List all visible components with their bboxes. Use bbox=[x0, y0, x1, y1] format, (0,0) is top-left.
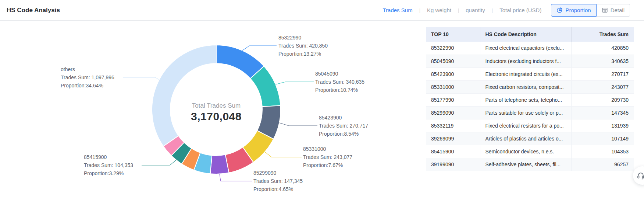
table-row-85331000[interactable]: 85331000Fixed carbon resistors, composit… bbox=[426, 80, 634, 93]
hs-code-cell: 85177990 bbox=[426, 93, 480, 106]
callout-proportion: Proportion:13.27% bbox=[278, 50, 328, 58]
table-row-85299090[interactable]: 85299090Parts suitable for use solely or… bbox=[426, 106, 634, 119]
metric-separator: | bbox=[458, 7, 459, 13]
page-title: HS Code Analysis bbox=[7, 7, 60, 14]
donut-segment-85299090[interactable] bbox=[210, 155, 229, 174]
callout-85299090: 85299090 Trades Sum: 147,345 Proportion:… bbox=[253, 169, 303, 193]
trades-sum-cell: 243077 bbox=[571, 80, 634, 93]
metric-kg-weight[interactable]: Kg weight bbox=[427, 7, 451, 13]
callout-sum: Trades Sum: 1,097,996 bbox=[61, 73, 114, 81]
callout-leader-others bbox=[123, 77, 159, 80]
callout-leader-85045090 bbox=[275, 82, 314, 84]
hs-code-cell: 85423900 bbox=[426, 67, 480, 80]
hs-table-body: 85322990Fixed electrical capacitors (exc… bbox=[426, 42, 634, 171]
support-button[interactable] bbox=[633, 166, 644, 185]
description-cell: Semiconductor devices, n.e.s. bbox=[480, 145, 571, 158]
hs-code-cell: 85322990 bbox=[426, 42, 480, 55]
chart-center-label: Total Trades Sum 3,170,048 bbox=[161, 102, 271, 123]
trades-sum-cell: 107149 bbox=[571, 132, 634, 145]
callout-code: 85322990 bbox=[278, 34, 328, 42]
callout-code: 85299090 bbox=[253, 169, 303, 177]
table-row-85045090[interactable]: 85045090Inductors (excluding inductors f… bbox=[426, 55, 634, 67]
callout-sum: Trades Sum: 243,077 bbox=[303, 153, 352, 161]
callout-leader-85331000 bbox=[265, 152, 302, 157]
table-icon bbox=[602, 7, 608, 13]
hs-code-cell: 85415900 bbox=[426, 145, 480, 158]
hs-code-cell: 85045090 bbox=[426, 55, 480, 67]
description-cell: Electronic integrated circuits (ex... bbox=[480, 67, 571, 80]
proportion-button[interactable]: Proportion bbox=[551, 4, 596, 17]
chart-center-title: Total Trades Sum bbox=[161, 102, 271, 110]
callout-leader-85423900 bbox=[279, 123, 317, 126]
callout-85322990: 85322990 Trades Sum: 420,850 Proportion:… bbox=[278, 34, 328, 58]
table-row-85415900[interactable]: 85415900Semiconductor devices, n.e.s.104… bbox=[426, 145, 634, 158]
callout-leader-85322990 bbox=[242, 46, 277, 51]
trades-sum-cell: 147345 bbox=[571, 106, 634, 119]
callout-proportion: Proportion:8.54% bbox=[319, 130, 368, 138]
hs-code-cell: 85331000 bbox=[426, 80, 480, 93]
table-row-39269099[interactable]: 39269099Articles of plastics and article… bbox=[426, 132, 634, 145]
metric-total-price[interactable]: Total price (USD) bbox=[499, 7, 541, 13]
description-cell: Fixed electrical capacitors (exclu... bbox=[480, 42, 571, 55]
column-header-trades-sum: Trades Sum bbox=[571, 27, 634, 42]
hs-code-analysis-page: { "header": { "title": "HS Code Analysis… bbox=[0, 0, 644, 198]
callout-85331000: 85331000 Trades Sum: 243,077 Proportion:… bbox=[303, 145, 352, 169]
description-cell: Inductors (excluding inductors f... bbox=[480, 55, 571, 67]
hs-code-cell: 39199090 bbox=[426, 158, 480, 171]
callout-sum: Trades Sum: 420,850 bbox=[278, 42, 328, 50]
callout-sum: Trades Sum: 340,635 bbox=[315, 78, 364, 86]
hs-code-cell: 85299090 bbox=[426, 106, 480, 119]
table-row-85322990[interactable]: 85322990Fixed electrical capacitors (exc… bbox=[426, 42, 634, 55]
metric-nav: Trades Sum | Kg weight | quantity | Tota… bbox=[383, 7, 541, 13]
hs-code-cell: 39269099 bbox=[426, 132, 480, 145]
top10-table: TOP 10 HS Code Description Trades Sum 85… bbox=[426, 27, 634, 171]
trades-sum-cell: 104353 bbox=[571, 145, 634, 158]
callout-code: 85331000 bbox=[303, 145, 352, 153]
callout-85423900: 85423900 Trades Sum: 270,717 Proportion:… bbox=[319, 114, 368, 138]
table-row-85423900[interactable]: 85423900Electronic integrated circuits (… bbox=[426, 67, 634, 80]
column-header-top10: TOP 10 bbox=[426, 27, 480, 42]
detail-button[interactable]: Detail bbox=[597, 4, 630, 17]
metric-trades-sum[interactable]: Trades Sum bbox=[383, 7, 412, 13]
trades-sum-cell: 96257 bbox=[571, 158, 634, 171]
metric-separator: | bbox=[492, 7, 493, 13]
description-cell: Articles of plastics and articles o... bbox=[480, 132, 571, 145]
trades-sum-cell: 340635 bbox=[571, 55, 634, 67]
description-cell: Fixed electrical resistors for a po... bbox=[480, 119, 571, 132]
callout-code: 85045090 bbox=[315, 70, 364, 78]
proportion-button-label: Proportion bbox=[565, 7, 591, 13]
chart-center-value: 3,170,048 bbox=[161, 110, 271, 123]
trades-sum-cell: 270717 bbox=[571, 67, 634, 80]
callout-others: others Trades Sum: 1,097,996 Proportion:… bbox=[61, 65, 114, 90]
callout-leader-85299090 bbox=[220, 174, 252, 181]
metric-quantity[interactable]: quantity bbox=[466, 7, 485, 13]
callout-leader-85415900 bbox=[142, 160, 176, 165]
callout-proportion: Proportion:34.64% bbox=[61, 81, 114, 90]
callout-code: 85423900 bbox=[319, 114, 368, 122]
callout-85415900: 85415900 Trades Sum: 104,353 Proportion:… bbox=[84, 153, 133, 177]
trades-sum-cell: 420850 bbox=[571, 42, 634, 55]
table-header-row: TOP 10 HS Code Description Trades Sum bbox=[426, 27, 634, 42]
callout-code: others bbox=[61, 65, 114, 73]
callout-code: 85415900 bbox=[84, 153, 133, 161]
table-row-85332119[interactable]: 85332119Fixed electrical resistors for a… bbox=[426, 119, 634, 132]
trades-sum-cell: 131939 bbox=[571, 119, 634, 132]
hs-code-cell: 85332119 bbox=[426, 119, 480, 132]
page-header: HS Code Analysis Trades Sum | Kg weight … bbox=[0, 0, 644, 21]
column-header-description: HS Code Description bbox=[480, 27, 571, 42]
detail-button-label: Detail bbox=[611, 7, 625, 13]
callout-proportion: Proportion:4.65% bbox=[253, 185, 303, 193]
description-cell: Parts suitable for use solely or p... bbox=[480, 106, 571, 119]
callout-proportion: Proportion:3.29% bbox=[84, 169, 133, 177]
view-toggle-group: Proportion Detail bbox=[551, 4, 630, 17]
table-row-85177990[interactable]: 85177990Parts of telephone sets, telepho… bbox=[426, 93, 634, 106]
table-row-39199090[interactable]: 39199090Self-adhesive plates, sheets, fi… bbox=[426, 158, 634, 171]
callout-sum: Trades Sum: 147,345 bbox=[253, 177, 303, 185]
callout-sum: Trades Sum: 270,717 bbox=[319, 122, 368, 130]
callout-proportion: Proportion:7.67% bbox=[303, 161, 352, 169]
donut-segment-others[interactable] bbox=[152, 45, 216, 146]
callout-proportion: Proportion:10.74% bbox=[315, 86, 364, 94]
pie-chart-icon bbox=[556, 7, 563, 13]
metric-separator: | bbox=[419, 7, 420, 13]
headset-icon bbox=[637, 171, 644, 180]
